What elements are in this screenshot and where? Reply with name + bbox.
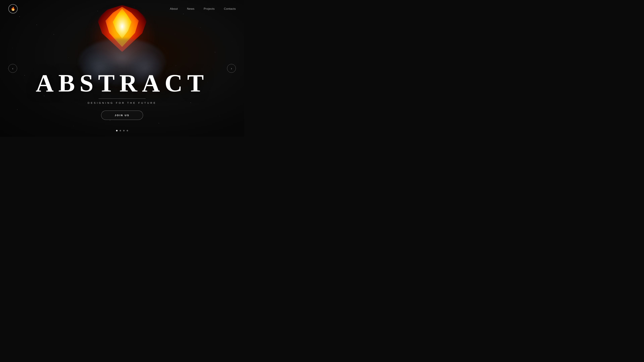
- dot-3[interactable]: [123, 130, 124, 131]
- title-divider: [98, 98, 146, 99]
- dot-1[interactable]: [116, 130, 118, 131]
- join-us-button[interactable]: JOIN US: [101, 111, 143, 120]
- dot-2[interactable]: [120, 130, 121, 131]
- prev-slide-button[interactable]: ‹: [8, 64, 17, 73]
- chevron-left-icon: ‹: [12, 66, 14, 70]
- logo-button[interactable]: 🔥: [8, 4, 18, 13]
- nav-about[interactable]: About: [170, 7, 178, 10]
- nav-contacts[interactable]: Contacts: [224, 7, 236, 10]
- nav-links: About News Projects Contacts: [170, 7, 236, 10]
- next-slide-button[interactable]: ›: [227, 64, 236, 73]
- nav-projects[interactable]: Projects: [204, 7, 214, 10]
- nav-news[interactable]: News: [187, 7, 194, 10]
- chevron-right-icon: ›: [231, 66, 232, 70]
- flame-icon: 🔥: [11, 7, 15, 11]
- hero-content: ABSTRACT DESIGNING FOR THE FUTURE JOIN U…: [0, 0, 244, 137]
- hero-subtitle: DESIGNING FOR THE FUTURE: [88, 101, 157, 104]
- navigation: 🔥 About News Projects Contacts: [0, 0, 244, 17]
- slider-dots: [116, 130, 128, 131]
- dot-4[interactable]: [126, 130, 128, 131]
- hero-title: ABSTRACT: [36, 71, 208, 95]
